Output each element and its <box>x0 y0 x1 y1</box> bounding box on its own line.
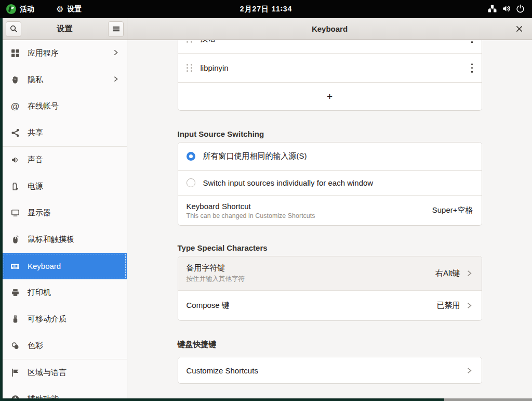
alt-value: 右Alt键 <box>435 268 460 278</box>
chevron-right-icon <box>112 75 119 84</box>
network-icon <box>488 4 497 15</box>
sidebar-item-region-language[interactable]: 区域与语言 <box>3 359 127 386</box>
usb-drive-icon <box>10 315 20 324</box>
search-button[interactable] <box>6 21 21 37</box>
sidebar-item-removable-media[interactable]: 可移动介质 <box>3 306 127 332</box>
compose-value: 已禁用 <box>437 301 460 311</box>
option-individual-source[interactable]: Switch input sources individually for ea… <box>178 170 482 195</box>
page-title: Keyboard <box>312 24 348 33</box>
close-icon <box>516 25 523 32</box>
alt-subtitle: 按住并输入其他字符 <box>187 275 435 283</box>
gear-icon: ⚙ <box>56 5 63 14</box>
app-menu-button[interactable]: ⚙ 设置 <box>50 0 88 18</box>
chevron-right-icon <box>466 302 473 309</box>
accessibility-icon <box>10 395 20 398</box>
sidebar-item-accessibility[interactable]: 辅助功能 <box>3 386 127 398</box>
customize-label: Customize Shortcuts <box>187 366 460 375</box>
sidebar-item-color[interactable]: 色彩 <box>3 332 127 359</box>
share-icon <box>10 128 20 137</box>
radio-unchecked-icon[interactable] <box>187 178 195 187</box>
power-icon <box>516 4 525 15</box>
section-heading-special-chars: Type Special Characters <box>178 243 482 252</box>
alt-title: 备用字符键 <box>187 263 435 273</box>
sidebar: 应用程序 隐私 @ 在线帐号 共享 声音 <box>3 40 127 398</box>
flag-icon <box>10 368 20 377</box>
sidebar-item-sound[interactable]: 声音 <box>3 147 127 173</box>
volume-icon <box>502 4 511 15</box>
background-window-edge <box>444 398 532 401</box>
sidebar-item-printers[interactable]: 打印机 <box>3 279 127 306</box>
input-source-row-clipped[interactable]: 汉语 <box>178 40 482 53</box>
main-header: Keyboard <box>127 18 532 40</box>
hamburger-icon <box>113 27 119 31</box>
section-heading-switching: Input Source Switching <box>178 130 482 138</box>
sidebar-title: 设置 <box>21 24 108 34</box>
compose-title: Compose 键 <box>187 301 437 311</box>
input-source-row-libpinyin[interactable]: libpinyin <box>178 53 482 82</box>
keyboard-panel: 汉语 libpinyin + Input Source Switching <box>127 40 532 398</box>
sidebar-item-sharing[interactable]: 共享 <box>3 120 127 146</box>
top-bar: 活动 ⚙ 设置 2月27日 11∶34 <box>0 0 532 18</box>
header-bar: 设置 Keyboard <box>3 18 532 40</box>
keyboard-icon <box>10 262 20 271</box>
app-menu-label: 设置 <box>67 5 82 14</box>
activities-button[interactable]: 活动 <box>0 0 41 18</box>
compose-key-row[interactable]: Compose 键 已禁用 <box>178 290 482 320</box>
at-icon: @ <box>10 101 20 112</box>
hand-icon <box>10 75 20 84</box>
radio-checked-icon[interactable] <box>187 152 195 161</box>
shortcut-subtitle: This can be changed in Customize Shortcu… <box>187 212 432 219</box>
plus-icon: + <box>327 91 332 102</box>
app-grid-icon <box>10 49 20 58</box>
mouse-icon <box>10 235 20 244</box>
battery-icon <box>10 182 20 191</box>
menu-button[interactable] <box>108 21 124 37</box>
alternate-characters-row[interactable]: 备用字符键 按住并输入其他字符 右Alt键 <box>178 256 482 290</box>
sidebar-item-displays[interactable]: 显示器 <box>3 200 127 226</box>
chevron-right-icon <box>112 49 119 58</box>
sidebar-item-privacy[interactable]: 隐私 <box>3 67 127 93</box>
section-heading-shortcuts: 键盘快捷键 <box>178 340 482 350</box>
speaker-icon <box>10 156 20 164</box>
sidebar-item-power[interactable]: 电源 <box>3 173 127 200</box>
drag-handle-icon[interactable] <box>187 64 192 72</box>
clock[interactable]: 2月27日 11∶34 <box>240 5 292 14</box>
color-circles-icon <box>10 341 20 350</box>
add-input-source-button[interactable]: + <box>178 82 482 110</box>
kebab-menu-icon[interactable] <box>471 40 473 43</box>
input-sources-card: 汉语 libpinyin + <box>178 40 482 111</box>
search-icon <box>10 25 18 33</box>
activities-label: 活动 <box>20 5 34 14</box>
customize-shortcuts-row[interactable]: Customize Shortcuts <box>178 357 482 383</box>
kebab-menu-icon[interactable] <box>471 63 473 73</box>
sidebar-item-online-accounts[interactable]: @ 在线帐号 <box>3 93 127 120</box>
sidebar-item-keyboard[interactable]: Keyboard <box>3 253 127 279</box>
option-same-source[interactable]: 所有窗口使用相同的输入源(S) <box>178 143 482 170</box>
chevron-right-icon <box>466 269 473 277</box>
keyboard-shortcut-row[interactable]: Keyboard Shortcut This can be changed in… <box>178 195 482 225</box>
scroll-area[interactable]: 汉语 libpinyin + Input Source Switching <box>178 40 482 384</box>
monitor-icon <box>10 209 20 217</box>
sidebar-item-mouse[interactable]: 鼠标和触摸板 <box>3 226 127 253</box>
switching-card: 所有窗口使用相同的输入源(S) Switch input sources ind… <box>178 142 482 226</box>
shortcut-value: Super+空格 <box>432 205 473 215</box>
chevron-right-icon <box>466 367 473 374</box>
settings-window: 设置 Keyboard 应用程序 隐私 <box>3 18 532 398</box>
shortcut-title: Keyboard Shortcut <box>187 202 432 211</box>
sidebar-item-applications[interactable]: 应用程序 <box>3 40 127 67</box>
distro-logo-icon <box>6 4 16 14</box>
shortcuts-card: Customize Shortcuts <box>178 357 482 384</box>
special-chars-card: 备用字符键 按住并输入其他字符 右Alt键 Compose 键 已禁用 <box>178 256 482 321</box>
sidebar-header: 设置 <box>3 18 127 40</box>
close-button[interactable] <box>512 22 526 36</box>
status-area[interactable] <box>485 0 528 18</box>
printer-icon <box>10 288 20 297</box>
drag-handle-icon[interactable] <box>187 40 192 43</box>
